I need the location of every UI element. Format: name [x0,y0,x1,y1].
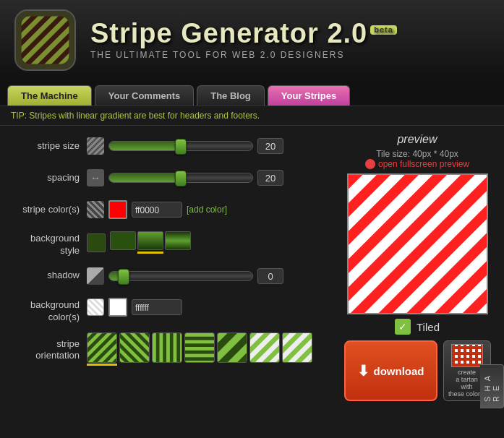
stripe-color-swatch[interactable] [108,200,127,219]
orient-nw-indicator [87,364,117,366]
tartan-line2: a tartan [456,376,478,383]
preview-image [347,173,488,314]
action-row: ⬇ download create a tartan with these co… [338,340,497,401]
orient-btn-wide[interactable] [217,332,247,363]
download-button[interactable]: ⬇ download [344,340,437,401]
stripe-color-row: stripe color(s) ff0000 [add color] [7,197,330,223]
app-title: Stripe Generator 2.0beta [90,20,397,47]
spacing-track[interactable] [108,173,253,183]
bg-color-swatch[interactable] [108,298,127,317]
bg-color-row: backgroundcolor(s) ffffff [7,295,330,324]
beta-badge: beta [370,25,397,35]
orient-se [119,332,150,366]
orient-btn-nw[interactable] [87,332,117,363]
stripe-color-label: stripe color(s) [7,204,87,216]
header-text: Stripe Generator 2.0beta THE ULTIMATE TO… [90,20,397,60]
stripe-size-track[interactable] [108,141,253,151]
spacing-value[interactable]: 20 [257,170,283,186]
svg-rect-7 [87,333,116,362]
orient-btn-se[interactable] [119,332,150,363]
tile-size: Tile size: 40px * 40px [338,149,497,159]
stripe-size-value[interactable]: 20 [257,138,283,154]
bg-gradient-options [110,231,191,254]
bg-solid-btn[interactable] [110,231,136,250]
orient-v [152,332,182,366]
orient-btn-v[interactable] [152,332,182,363]
shadow-icon [87,267,104,285]
spacing-label: spacing [7,172,87,184]
svg-rect-19 [185,333,214,362]
add-color-link[interactable]: [add color] [187,205,227,215]
spacing-row: spacing ↔ 20 [7,165,330,191]
orient-btn-h[interactable] [184,332,215,363]
app-subtitle: THE ULTIMATE TOOL FOR WEB 2.0 DESIGNERS [90,50,397,60]
orient-zz [249,332,280,366]
svg-rect-11 [120,333,149,362]
svg-rect-35 [349,175,487,313]
bg-color-hex[interactable]: ffffff [132,299,182,315]
header: Stripe Generator 2.0beta THE ULTIMATE TO… [0,0,504,80]
stripe-size-control: 20 [87,137,330,155]
bg-style-row: backgroundstyle [7,228,330,257]
controls-panel: stripe size 20 spacing ↔ [7,133,330,401]
tab-stripes[interactable]: Your Stripes [268,85,350,106]
svg-rect-3 [22,16,69,64]
svg-rect-23 [218,333,247,362]
stripe-color-icon [87,201,104,218]
tartan-line1: create [458,369,476,376]
stripe-color-control: ff0000 [add color] [87,200,330,219]
shadow-value[interactable]: 0 [257,268,283,284]
stripe-color-hex[interactable]: ff0000 [132,202,182,218]
tabs-bar: The Machine Your Comments The Blog Your … [0,80,504,106]
tab-comments[interactable]: Your Comments [95,85,194,106]
stripe-size-row: stripe size 20 [7,133,330,159]
shadow-label: shadow [7,270,87,282]
stop-icon [365,159,375,169]
bg-style-icon [87,233,106,252]
shadow-track[interactable] [108,271,253,281]
orientation-label: stripeorientation [7,332,87,363]
preview-title: preview [338,133,497,146]
tip-bar: TIP: Stripes with linear gradient are be… [0,106,504,126]
bg-style-label: backgroundstyle [7,231,87,257]
orientation-buttons [87,332,312,366]
tartan-preview-img [451,344,483,367]
svg-rect-27 [250,333,279,362]
bg-color-label: backgroundcolor(s) [7,298,87,324]
bg-grad1-indicator [137,252,163,254]
bg-style-control [87,231,330,254]
svg-rect-31 [283,333,312,362]
orient-dark [282,332,312,366]
title-text: Stripe Generator 2.0 [90,18,367,48]
orient-h [184,332,215,366]
shadow-control: 0 [87,267,330,285]
bg-grad2-btn[interactable] [165,231,191,250]
tartan-line3: with [461,383,472,390]
tiled-row: ✓ Tiled [338,319,497,335]
spacing-control: ↔ 20 [87,169,330,186]
logo-icon [14,9,76,71]
svg-rect-15 [153,333,181,362]
orientation-control [87,332,330,366]
tab-blog[interactable]: The Blog [197,85,265,106]
preview-panel: preview Tile size: 40px * 40px open full… [338,133,497,401]
orient-btn-dark[interactable] [282,332,312,363]
fullscreen-link[interactable]: open fullscreen preview [338,159,497,169]
stripe-size-label: stripe size [7,140,87,153]
share-tab[interactable]: S H A R E [480,364,504,408]
orient-btn-zz[interactable] [249,332,280,363]
orient-nw [87,332,117,366]
orientation-row: stripeorientation [7,330,330,366]
bg-color-control: ffffff [87,298,330,317]
bg-grad1-btn[interactable] [137,231,163,250]
stripe-size-icon [87,137,104,155]
download-arrow-icon: ⬇ [357,362,370,379]
spacing-icon: ↔ [87,169,104,186]
tip-text: TIP: Stripes with linear gradient are be… [11,111,260,121]
bg-color-icon [87,299,104,316]
orient-wide [217,332,247,366]
tab-machine[interactable]: The Machine [7,85,92,106]
tiled-checkbox[interactable]: ✓ [395,319,411,335]
main-content: stripe size 20 spacing ↔ [0,126,504,408]
download-label: download [374,365,424,377]
